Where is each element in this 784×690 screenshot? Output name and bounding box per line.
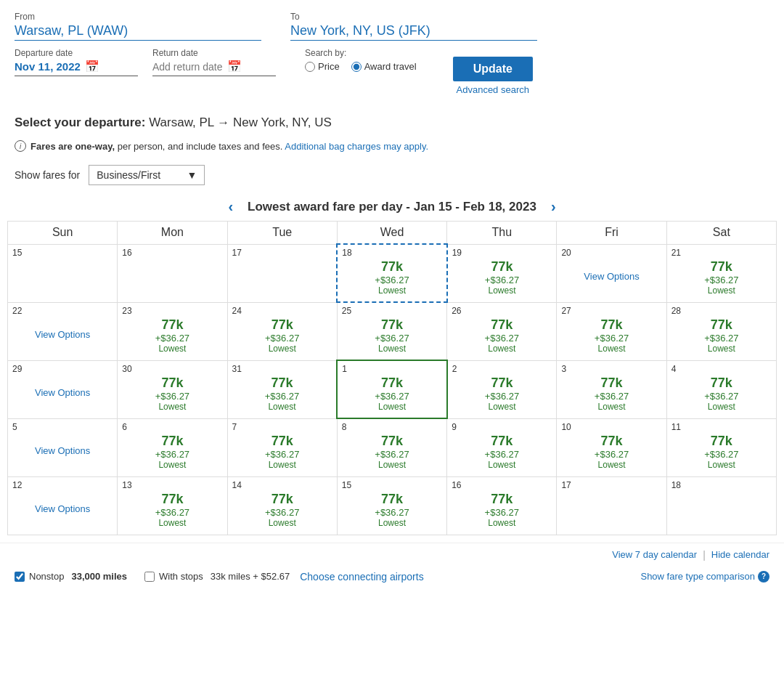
view-options-link[interactable]: View Options <box>12 329 113 340</box>
help-icon[interactable]: ? <box>758 571 769 583</box>
fare-tax: +$36.27 <box>561 391 661 402</box>
cal-cell-30-mon[interactable]: 30 77k +$36.27 Lowest <box>118 360 227 418</box>
view-options-link[interactable]: View Options <box>12 387 113 398</box>
cal-cell-11-sat[interactable]: 11 77k +$36.27 Lowest <box>666 418 776 476</box>
cal-cell-21-sat[interactable]: 21 77k +$36.27 Lowest <box>666 244 776 302</box>
return-calendar-icon[interactable]: 📅 <box>227 60 242 73</box>
departure-date-label: Departure date <box>15 48 138 58</box>
cal-cell-27-fri[interactable]: 27 77k +$36.27 Lowest <box>557 302 666 360</box>
cal-cell-15-wed[interactable]: 15 77k +$36.27 Lowest <box>337 476 446 535</box>
cal-cell-9-thu[interactable]: 9 77k +$36.27 Lowest <box>447 418 557 476</box>
with-stops-checkbox-item[interactable]: With stops 33k miles + $52.67 <box>144 571 290 582</box>
prev-month-button[interactable]: ‹ <box>228 198 233 215</box>
col-mon: Mon <box>118 222 227 245</box>
price-radio[interactable] <box>305 62 315 72</box>
show-fares-label: Show fares for <box>15 169 80 181</box>
award-radio-item[interactable]: Award travel <box>351 61 417 72</box>
return-date-input[interactable]: Add return date 📅 <box>152 60 276 76</box>
fare-lowest: Lowest <box>452 344 552 354</box>
choose-connecting-link[interactable]: Choose connecting airports <box>300 571 423 583</box>
fare-tax: +$36.27 <box>671 449 772 460</box>
fare-tax: +$36.27 <box>232 391 332 402</box>
view-options-link[interactable]: View Options <box>561 271 661 282</box>
cal-cell-29-sun[interactable]: 29 View Options <box>8 360 118 418</box>
cal-cell-19-thu[interactable]: 19 77k +$36.27 Lowest <box>447 244 557 302</box>
cal-cell-18-wed[interactable]: 18 77k +$36.27 Lowest <box>337 244 446 302</box>
fare-tax: +$36.27 <box>452 449 552 460</box>
cal-cell-22-sun[interactable]: 22 View Options <box>8 302 118 360</box>
cal-cell-12-sun[interactable]: 12 View Options <box>8 476 118 535</box>
cal-cell-18-sat: 18 <box>666 476 776 535</box>
fare-tax: +$36.27 <box>342 449 442 460</box>
advanced-search-link[interactable]: Advanced search <box>453 84 533 95</box>
col-thu: Thu <box>447 222 557 245</box>
to-label: To <box>290 12 537 22</box>
nonstop-checkbox-item[interactable]: Nonstop 33,000 miles <box>15 571 127 582</box>
cal-cell-2-thu[interactable]: 2 77k +$36.27 Lowest <box>447 360 557 418</box>
fare-tax: +$36.27 <box>671 391 772 402</box>
departure-date-field: Departure date Nov 11, 2022 📅 <box>15 48 138 76</box>
cal-cell-14-tue[interactable]: 14 77k +$36.27 Lowest <box>227 476 337 535</box>
cal-cell-5-sun[interactable]: 5 View Options <box>8 418 118 476</box>
day-num: 11 <box>671 422 772 432</box>
cal-cell-8-wed[interactable]: 8 77k +$36.27 Lowest <box>337 418 446 476</box>
chevron-down-icon: ▼ <box>187 169 197 181</box>
cal-cell-16-thu[interactable]: 16 77k +$36.27 Lowest <box>447 476 557 535</box>
price-radio-label: Price <box>318 61 340 72</box>
award-radio[interactable] <box>351 62 362 72</box>
fare-lowest: Lowest <box>452 460 552 470</box>
hide-calendar-link[interactable]: Hide calendar <box>711 549 769 560</box>
next-month-button[interactable]: › <box>551 198 556 215</box>
from-value[interactable]: Warsaw, PL (WAW) <box>15 23 261 41</box>
to-value[interactable]: New York, NY, US (JFK) <box>290 23 537 41</box>
day-num: 1 <box>342 364 441 374</box>
fare-lowest: Lowest <box>122 344 222 354</box>
fares-info-bar: i Fares are one-way, per person, and inc… <box>0 134 784 158</box>
cal-cell-25-wed[interactable]: 25 77k +$36.27 Lowest <box>337 302 446 360</box>
with-stops-checkbox[interactable] <box>144 572 155 582</box>
fare-k: 77k <box>122 376 222 391</box>
update-button[interactable]: Update <box>453 57 533 81</box>
cal-cell-20-fri[interactable]: 20 View Options <box>557 244 666 302</box>
view-options-link[interactable]: View Options <box>12 503 113 514</box>
fare-k: 77k <box>232 434 332 449</box>
day-num: 16 <box>452 480 552 490</box>
cal-cell-1-wed[interactable]: 1 77k +$36.27 Lowest <box>337 360 446 418</box>
fare-k: 77k <box>122 434 222 449</box>
cal-cell-6-mon[interactable]: 6 77k +$36.27 Lowest <box>118 418 227 476</box>
fare-lowest: Lowest <box>561 460 661 470</box>
departure-calendar-icon[interactable]: 📅 <box>85 60 99 73</box>
fares-text-rest: per person, and include taxes and fees. <box>115 141 282 152</box>
view-options-link[interactable]: View Options <box>12 445 113 456</box>
day-num: 15 <box>342 480 442 490</box>
departure-date-input[interactable]: Nov 11, 2022 📅 <box>15 60 138 76</box>
cal-cell-26-thu[interactable]: 26 77k +$36.27 Lowest <box>447 302 557 360</box>
footer-bar: Nonstop 33,000 miles With stops 33k mile… <box>0 567 784 587</box>
cal-cell-17-tue: 17 <box>227 244 337 302</box>
fares-dropdown[interactable]: Business/First ▼ <box>89 165 205 185</box>
view-7day-link[interactable]: View 7 day calendar <box>612 549 697 560</box>
fare-tax: +$36.27 <box>452 507 552 518</box>
price-radio-item[interactable]: Price <box>305 61 340 72</box>
cal-cell-31-tue[interactable]: 31 77k +$36.27 Lowest <box>227 360 337 418</box>
cal-cell-28-sat[interactable]: 28 77k +$36.27 Lowest <box>666 302 776 360</box>
day-num: 18 <box>671 480 772 490</box>
day-num: 5 <box>12 422 113 432</box>
fare-k: 77k <box>671 376 772 391</box>
bag-charges-link[interactable]: Additional bag charges may apply. <box>285 141 428 152</box>
nonstop-checkbox[interactable] <box>15 572 25 582</box>
to-field: To New York, NY, US (JFK) <box>290 12 537 41</box>
fare-tax: +$36.27 <box>232 507 332 518</box>
cal-cell-4-sat[interactable]: 4 77k +$36.27 Lowest <box>666 360 776 418</box>
day-num: 21 <box>671 248 772 258</box>
cal-cell-7-tue[interactable]: 7 77k +$36.27 Lowest <box>227 418 337 476</box>
cal-cell-23-mon[interactable]: 23 77k +$36.27 Lowest <box>118 302 227 360</box>
cal-cell-3-fri[interactable]: 3 77k +$36.27 Lowest <box>557 360 666 418</box>
cal-cell-10-fri[interactable]: 10 77k +$36.27 Lowest <box>557 418 666 476</box>
day-num: 31 <box>232 364 332 374</box>
cal-cell-13-mon[interactable]: 13 77k +$36.27 Lowest <box>118 476 227 535</box>
award-radio-label: Award travel <box>364 61 417 72</box>
from-label: From <box>15 12 261 22</box>
cal-cell-24-tue[interactable]: 24 77k +$36.27 Lowest <box>227 302 337 360</box>
fare-comparison-link[interactable]: Show fare type comparison <box>640 571 755 582</box>
